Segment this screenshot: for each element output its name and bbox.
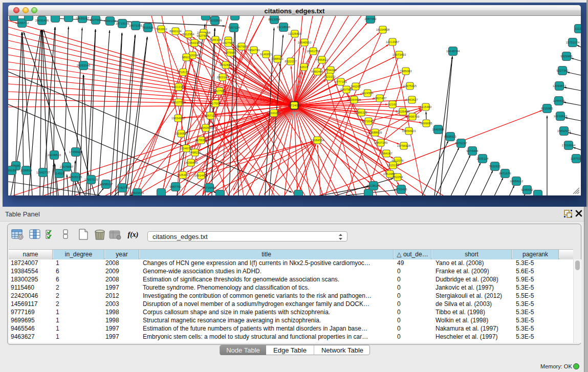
svg-text:f(x): f(x) <box>128 231 139 239</box>
svg-text:9084067: 9084067 <box>380 152 393 155</box>
svg-text:12213967: 12213967 <box>386 40 400 43</box>
svg-text:16210643: 16210643 <box>554 115 568 118</box>
svg-text:8471676: 8471676 <box>499 172 511 175</box>
svg-text:10046756: 10046756 <box>180 147 193 150</box>
svg-text:9242848: 9242848 <box>220 63 232 67</box>
svg-text:7663822: 7663822 <box>155 28 167 31</box>
svg-text:9777169: 9777169 <box>335 80 347 83</box>
svg-text:8678352: 8678352 <box>195 139 207 142</box>
svg-text:7955812: 7955812 <box>316 58 328 61</box>
svg-text:7515526: 7515526 <box>142 26 154 29</box>
svg-text:16648784: 16648784 <box>446 50 460 53</box>
svg-text:17016504: 17016504 <box>562 144 576 147</box>
svg-text:3624554: 3624554 <box>361 92 374 95</box>
svg-text:1615132: 1615132 <box>387 164 399 167</box>
svg-text:10543382: 10543382 <box>188 41 202 45</box>
svg-text:19166827: 19166827 <box>175 132 188 135</box>
svg-text:8427552: 8427552 <box>213 90 226 93</box>
svg-text:2718176: 2718176 <box>177 71 189 74</box>
svg-text:3498222: 3498222 <box>189 151 201 154</box>
svg-text:23975887: 23975887 <box>60 165 74 168</box>
svg-text:12975115: 12975115 <box>403 84 417 87</box>
svg-text:16782759: 16782759 <box>116 186 129 189</box>
svg-text:98901: 98901 <box>182 56 191 59</box>
svg-text:8215955: 8215955 <box>541 107 553 110</box>
svg-text:10719155: 10719155 <box>116 22 129 25</box>
svg-text:17359924: 17359924 <box>69 150 83 154</box>
svg-text:7886322: 7886322 <box>355 111 367 114</box>
svg-text:9327503: 9327503 <box>197 34 209 37</box>
svg-text:14055712: 14055712 <box>15 21 29 25</box>
svg-text:9146821: 9146821 <box>260 53 272 56</box>
svg-text:2867608: 2867608 <box>235 45 248 48</box>
svg-text:19384554: 19384554 <box>311 139 324 142</box>
svg-text:16033809: 16033809 <box>208 19 222 22</box>
svg-text:62615: 62615 <box>300 65 309 69</box>
svg-text:16640910: 16640910 <box>298 41 312 44</box>
svg-text:2087682: 2087682 <box>364 17 377 20</box>
svg-text:39159: 39159 <box>8 169 16 172</box>
svg-text:15892971: 15892971 <box>557 129 571 133</box>
svg-text:3875685: 3875685 <box>224 51 236 54</box>
svg-text:8186328: 8186328 <box>209 38 222 41</box>
svg-text:6466160: 6466160 <box>104 19 116 23</box>
svg-text:11123: 11123 <box>575 27 581 30</box>
svg-text:8990448: 8990448 <box>311 70 323 73</box>
svg-text:4267110: 4267110 <box>205 114 217 117</box>
svg-text:19654952: 19654952 <box>171 117 185 120</box>
svg-text:10655287: 10655287 <box>76 17 90 20</box>
svg-text:7632621: 7632621 <box>489 165 501 168</box>
svg-text:9327508: 9327508 <box>222 41 234 45</box>
svg-text:16914479: 16914479 <box>194 174 208 177</box>
svg-text:12213389: 12213389 <box>172 85 186 89</box>
svg-text:17957225: 17957225 <box>84 178 98 181</box>
svg-text:10807487: 10807487 <box>373 97 387 100</box>
svg-text:10973493: 10973493 <box>393 53 406 56</box>
svg-text:15136141: 15136141 <box>367 184 381 187</box>
svg-text:9699695: 9699695 <box>420 122 432 125</box>
svg-text:7485063: 7485063 <box>400 70 412 73</box>
svg-text:16671355: 16671355 <box>129 24 143 27</box>
svg-text:20364436: 20364436 <box>347 98 361 101</box>
svg-text:12923446: 12923446 <box>130 191 144 194</box>
svg-text:9227342: 9227342 <box>556 69 569 72</box>
svg-text:10025438: 10025438 <box>396 110 410 113</box>
svg-text:10958107: 10958107 <box>99 183 113 186</box>
svg-text:12353594: 12353594 <box>199 126 213 129</box>
svg-text:15751074: 15751074 <box>566 41 580 44</box>
svg-text:1527602: 1527602 <box>90 18 102 21</box>
svg-text:18300295: 18300295 <box>267 112 281 115</box>
svg-text:1733426: 1733426 <box>395 188 407 191</box>
svg-text:16107553: 16107553 <box>172 101 186 104</box>
svg-text:16961758: 16961758 <box>307 50 320 53</box>
svg-text:1621072: 1621072 <box>323 75 336 78</box>
svg-text:12942737: 12942737 <box>36 171 50 174</box>
svg-text:10688609: 10688609 <box>368 131 382 134</box>
svg-text:114519: 114519 <box>54 172 64 175</box>
svg-text:1167533: 1167533 <box>571 157 581 160</box>
svg-text:252254: 252254 <box>393 176 403 179</box>
svg-text:8912954: 8912954 <box>182 33 194 36</box>
svg-text:15716485: 15716485 <box>203 186 216 189</box>
svg-text:20206516: 20206516 <box>48 154 61 157</box>
svg-text:9245652: 9245652 <box>521 188 533 191</box>
svg-text:7625402: 7625402 <box>177 173 189 177</box>
svg-text:9329966: 9329966 <box>560 55 573 58</box>
svg-text:1156819: 1156819 <box>20 169 33 172</box>
svg-text:2935114: 2935114 <box>477 157 489 160</box>
svg-text:1588520: 1588520 <box>271 57 284 60</box>
svg-text:19756928: 19756928 <box>397 144 411 147</box>
svg-text:9463627: 9463627 <box>406 98 418 101</box>
svg-text:8813054: 8813054 <box>268 18 280 21</box>
svg-text:20691406: 20691406 <box>35 19 49 22</box>
svg-text:18724007: 18724007 <box>288 104 301 107</box>
svg-text:18807249: 18807249 <box>374 141 388 144</box>
svg-text:15720407: 15720407 <box>362 120 376 123</box>
svg-text:8322037: 8322037 <box>285 60 297 63</box>
svg-text:9115460: 9115460 <box>420 105 432 108</box>
svg-text:7357224: 7357224 <box>228 26 240 29</box>
svg-text:19218506: 19218506 <box>277 26 291 29</box>
svg-text:12505135: 12505135 <box>69 176 82 179</box>
svg-text:14099489: 14099489 <box>184 161 198 164</box>
svg-text:6794028: 6794028 <box>324 69 337 72</box>
